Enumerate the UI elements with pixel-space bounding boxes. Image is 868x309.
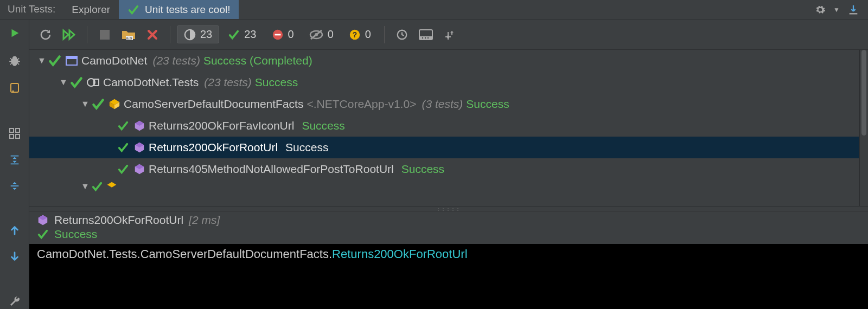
tree-row-peek[interactable]: ▼ [29,180,859,193]
bug-icon[interactable] [7,53,22,67]
clock-icon[interactable] [391,24,413,46]
toolbar: a.b 23 23 0 0 [29,20,868,50]
splitter-handle[interactable]: : : : : : [29,206,868,211]
node-status: Success [302,119,344,132]
detail-status: Success [54,228,97,241]
node-status: Success [401,163,444,176]
tree-row[interactable]: ▼ CamoDotNet (23 tests) Success (Complet… [29,50,859,72]
counter-value: 23 [200,28,212,41]
test-icon [37,214,49,226]
counter-value: 0 [328,28,334,41]
test-icon [133,163,145,175]
counter-value: 23 [244,28,256,41]
svg-point-20 [422,37,423,38]
tab-explorer[interactable]: Explorer [63,0,119,19]
svg-rect-24 [66,56,77,59]
tree-row[interactable]: Returns405MethodNotAllowedForPostToRootU… [29,158,859,180]
output-icon[interactable] [415,24,437,46]
output-console[interactable]: CamoDotNet.Tests.CamoServerDefaultDocume… [29,244,868,309]
svg-rect-6 [100,30,110,40]
check-icon [117,120,129,132]
tab-label: Explorer [72,4,110,16]
vertical-scrollbar[interactable] [859,50,868,206]
gear-icon[interactable] [815,4,826,15]
collapse-vert-icon[interactable] [7,180,22,192]
svg-rect-3 [16,128,20,132]
wrench-icon[interactable] [7,295,22,308]
node-count: (23 tests) [204,76,252,89]
check-icon [69,75,84,89]
check-icon [48,54,62,68]
expander-icon[interactable]: ▼ [36,56,48,66]
expander-icon[interactable]: ▼ [79,182,91,191]
svg-point-22 [427,37,429,38]
toolwindow-title: Unit Tests: [0,0,63,19]
run-all-icon[interactable] [59,24,80,46]
detail-pane: Returns200OkForRootUrl [2 ms] Success [29,211,868,241]
svg-text:?: ? [353,30,357,38]
counter-value: 0 [288,28,294,41]
output-method: Returns200OkForRootUrl [332,247,467,261]
svg-point-21 [425,37,426,38]
stop-icon[interactable] [94,24,116,46]
check-icon [228,29,240,41]
detail-name: Returns200OkForRootUrl [54,214,183,227]
run-icon[interactable] [7,27,22,39]
check-icon [117,163,129,175]
detail-duration: [2 ms] [189,214,220,227]
tab-session[interactable]: Unit tests are cool! [119,0,239,19]
arrow-down-icon[interactable] [7,250,22,262]
svg-rect-11 [275,34,280,35]
class-icon [108,98,120,110]
arrow-up-icon[interactable] [7,224,22,236]
scrollbar-thumb[interactable] [861,50,866,136]
rerun-icon[interactable] [35,24,56,46]
import-icon[interactable] [847,4,859,16]
class-icon [106,181,117,192]
node-name: Returns405MethodNotAllowedForPostToRootU… [149,163,394,176]
cover-icon[interactable] [7,81,22,94]
options-icon[interactable] [439,24,461,46]
expander-icon[interactable]: ▼ [58,78,69,87]
svg-rect-2 [10,128,14,132]
filter-inconclusive[interactable]: ? 0 [342,26,378,43]
filter-total[interactable]: 23 [177,25,219,43]
grid-icon[interactable] [7,127,22,140]
check-icon [37,228,49,240]
node-framework: <.NETCoreApp-v1.0> [307,98,416,111]
tree-row[interactable]: Returns200OkForFavIconUrl Success [29,115,859,137]
chevron-down-icon[interactable]: ▼ [833,6,840,14]
node-count: (23 tests) [152,54,200,67]
filter-ignored[interactable]: 0 [303,26,340,43]
tree-row[interactable]: ▼ CamoServerDefaultDocumentFacts <.NETCo… [29,93,859,115]
filter-passed[interactable]: 23 [221,26,263,43]
node-name: Returns200OkForRootUrl [149,141,278,154]
delete-icon[interactable] [142,24,163,46]
test-icon [133,120,145,132]
expander-icon[interactable]: ▼ [79,99,91,109]
side-gutter [0,20,29,309]
tree-row-selected[interactable]: Returns200OkForRootUrl Success [29,137,859,158]
filter-failed[interactable]: 0 [265,26,301,43]
node-status: Success (Completed) [203,54,312,67]
node-status: Success [466,98,509,111]
tree-row[interactable]: ▼ CamoDotNet.Tests (23 tests) Success [29,72,859,93]
node-name: CamoDotNet.Tests [103,76,199,89]
node-count: (3 tests) [422,98,463,111]
svg-rect-5 [16,134,20,138]
test-icon [133,141,145,153]
node-status: Success [255,76,298,89]
tab-strip: Unit Tests: Explorer Unit tests are cool… [0,0,868,20]
module-icon [87,76,100,88]
node-name: CamoServerDefaultDocumentFacts [124,98,303,111]
test-tree[interactable]: ▼ CamoDotNet (23 tests) Success (Complet… [29,50,859,206]
check-icon [117,141,129,153]
svg-rect-4 [10,134,14,138]
counter-value: 0 [365,28,371,41]
expand-vert-icon[interactable] [7,154,22,166]
check-icon [91,181,103,192]
project-icon [65,55,78,67]
namespace-icon[interactable]: a.b [118,24,139,46]
node-name: Returns200OkForFavIconUrl [149,119,294,132]
node-name: CamoDotNet [81,54,147,67]
